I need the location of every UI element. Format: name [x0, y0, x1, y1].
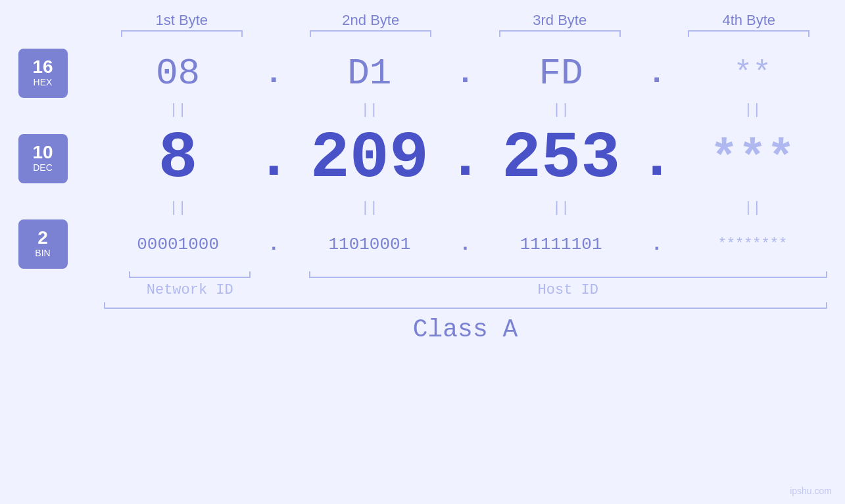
- bin-val-1: 00001000: [137, 235, 219, 254]
- equals-row-1: || || || ||: [0, 98, 845, 122]
- bin-sep-3: .: [651, 233, 663, 256]
- eq2-4: ||: [744, 200, 761, 216]
- byte2-header: 2nd Byte: [342, 12, 399, 29]
- network-id-label: Network ID: [147, 282, 233, 298]
- bin-val-4: ********: [718, 236, 788, 252]
- bracket-top-4: [688, 30, 809, 37]
- bin-badge: 2 BIN: [18, 219, 68, 269]
- bin-sep-1: .: [268, 233, 279, 256]
- dec-sep-2: .: [448, 126, 483, 193]
- eq1-1: ||: [169, 102, 186, 118]
- hex-sep-1: .: [264, 56, 283, 91]
- eq2-1: ||: [169, 200, 186, 216]
- watermark: ipshu.com: [790, 486, 832, 496]
- dec-val-4: ***: [710, 132, 796, 186]
- dec-badge: 10 DEC: [18, 134, 68, 183]
- bracket-full-bottom: [104, 302, 827, 309]
- hex-val-1: 08: [156, 53, 200, 95]
- hex-sep-2: .: [456, 56, 475, 91]
- byte4-header: 4th Byte: [722, 12, 775, 29]
- dec-val-2: 209: [310, 122, 429, 196]
- byte1-header: 1st Byte: [156, 12, 208, 29]
- bracket-top-2: [310, 30, 431, 37]
- eq2-2: ||: [361, 200, 378, 216]
- bin-sep-2: .: [459, 233, 471, 256]
- hex-val-2: D1: [347, 53, 391, 95]
- dec-sep-3: .: [639, 126, 675, 193]
- class-label: Class A: [413, 315, 518, 344]
- hex-row: 16 HEX 08 . D1 . FD . **: [0, 49, 845, 98]
- main-container: 1st Byte 2nd Byte 3rd Byte 4th Byte: [0, 0, 845, 504]
- dec-val-1: 8: [158, 122, 198, 196]
- eq1-3: ||: [552, 102, 569, 118]
- bracket-top-3: [499, 30, 621, 37]
- equals-row-2: || || || ||: [0, 196, 845, 219]
- bin-row: 2 BIN 00001000 . 11010001 . 11111101 .: [0, 219, 845, 269]
- bracket-bottom-host: [309, 271, 827, 278]
- byte3-header: 3rd Byte: [533, 12, 587, 29]
- bracket-bottom-network: [129, 271, 251, 278]
- eq1-4: ||: [744, 102, 761, 118]
- eq2-3: ||: [552, 200, 569, 216]
- bracket-top-1: [121, 30, 243, 37]
- host-id-label: Host ID: [538, 282, 598, 298]
- bin-val-3: 11111101: [520, 235, 602, 254]
- hex-sep-3: .: [647, 56, 666, 91]
- dec-sep-1: .: [256, 126, 291, 193]
- hex-val-3: FD: [539, 53, 583, 95]
- dec-row: 10 DEC 8 . 209 . 253 . ***: [0, 122, 845, 196]
- hex-badge: 16 HEX: [18, 49, 68, 98]
- eq1-2: ||: [361, 102, 378, 118]
- dec-val-3: 253: [502, 122, 620, 196]
- hex-val-4: **: [734, 56, 772, 91]
- bin-val-2: 11010001: [328, 235, 410, 254]
